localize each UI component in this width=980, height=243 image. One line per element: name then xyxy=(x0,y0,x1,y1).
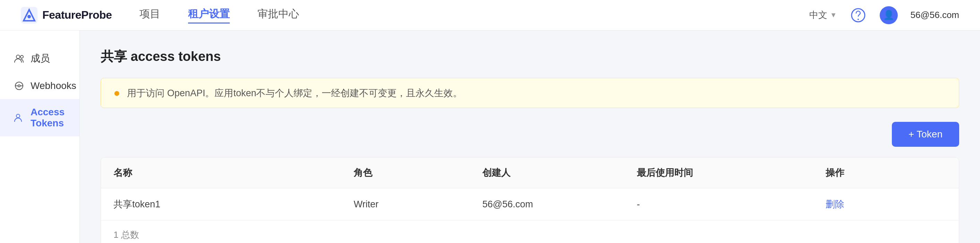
topnav: FeatureProbe 项目 租户设置 审批中心 中文 ▼ 👤 56@56 xyxy=(0,0,980,30)
nav-item-approval[interactable]: 审批中心 xyxy=(258,7,299,24)
sidebar: 成员 Webhooks xyxy=(0,30,80,243)
lang-label: 中文 xyxy=(809,9,827,21)
chevron-down-icon: ▼ xyxy=(830,11,837,19)
logo-icon xyxy=(21,7,38,24)
info-icon: ● xyxy=(113,87,120,99)
logo-text: FeatureProbe xyxy=(42,9,112,22)
tokens-table: 名称 角色 创建人 最后使用时间 操作 共享token1 Writer 56@5… xyxy=(101,158,959,220)
user-email[interactable]: 56@56.com xyxy=(910,10,959,21)
nav-item-tenant-settings[interactable]: 租户设置 xyxy=(188,7,230,24)
table-header: 名称 角色 创建人 最后使用时间 操作 xyxy=(101,158,959,188)
svg-point-2 xyxy=(27,15,31,18)
token-creator: 56@56.com xyxy=(470,188,624,221)
members-icon xyxy=(14,53,24,64)
sidebar-item-webhooks[interactable]: Webhooks xyxy=(0,73,80,99)
col-header-name: 名称 xyxy=(101,158,341,188)
content-area: 共享 access tokens ● 用于访问 OpenAPI。应用token不… xyxy=(80,30,980,243)
col-header-last-used: 最后使用时间 xyxy=(624,158,813,188)
actions-bar: + Token xyxy=(101,122,959,147)
lang-switcher[interactable]: 中文 ▼ xyxy=(809,9,837,21)
svg-point-4 xyxy=(858,19,859,20)
avatar[interactable]: 👤 xyxy=(880,6,898,24)
app-layout: FeatureProbe 项目 租户设置 审批中心 中文 ▼ 👤 56@56 xyxy=(0,0,980,243)
access-tokens-icon xyxy=(14,112,24,123)
nav-item-projects[interactable]: 项目 xyxy=(140,7,160,24)
table-body: 共享token1 Writer 56@56.com - 删除 xyxy=(101,188,959,221)
token-name: 共享token1 xyxy=(101,188,341,221)
delete-token-button[interactable]: 删除 xyxy=(826,199,844,210)
topnav-right: 中文 ▼ 👤 56@56.com xyxy=(809,6,959,24)
col-header-creator: 创建人 xyxy=(470,158,624,188)
col-header-role: 角色 xyxy=(341,158,470,188)
sidebar-item-webhooks-label: Webhooks xyxy=(30,80,76,92)
table-row: 共享token1 Writer 56@56.com - 删除 xyxy=(101,188,959,221)
sidebar-item-access-tokens-label: Access Tokens xyxy=(30,107,65,129)
svg-point-6 xyxy=(21,55,23,58)
main-layout: 成员 Webhooks xyxy=(0,30,980,243)
table-container: 名称 角色 创建人 最后使用时间 操作 共享token1 Writer 56@5… xyxy=(101,157,959,243)
page-title: 共享 access tokens xyxy=(101,48,959,65)
info-banner: ● 用于访问 OpenAPI。应用token不与个人绑定，一经创建不可变更，且永… xyxy=(101,78,959,108)
support-icon[interactable] xyxy=(849,6,867,24)
token-role: Writer xyxy=(341,188,470,221)
webhooks-icon xyxy=(14,80,24,91)
logo-area: FeatureProbe xyxy=(21,7,112,24)
sidebar-item-members-label: 成员 xyxy=(30,52,50,65)
nav-items: 项目 租户设置 审批中心 xyxy=(140,7,809,24)
token-actions: 删除 xyxy=(813,188,959,221)
sidebar-item-members[interactable]: 成员 xyxy=(0,44,80,73)
svg-point-8 xyxy=(16,114,20,118)
sidebar-item-access-tokens[interactable]: Access Tokens xyxy=(0,99,80,136)
svg-point-7 xyxy=(18,85,20,87)
token-last-used: - xyxy=(624,188,813,221)
add-token-button[interactable]: + Token xyxy=(892,122,959,147)
svg-point-5 xyxy=(16,55,20,58)
total-count: 1 总数 xyxy=(101,220,959,243)
avatar-icon: 👤 xyxy=(883,10,894,21)
col-header-actions: 操作 xyxy=(813,158,959,188)
info-banner-text: 用于访问 OpenAPI。应用token不与个人绑定，一经创建不可变更，且永久生… xyxy=(127,87,462,99)
